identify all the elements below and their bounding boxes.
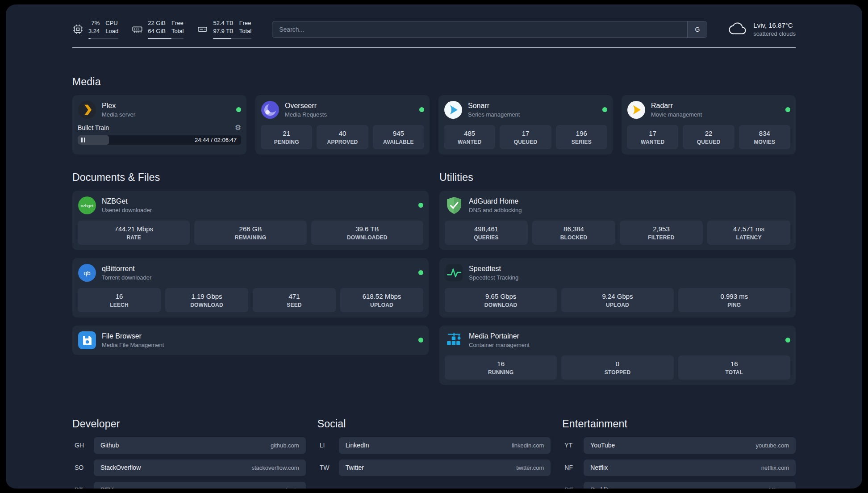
bookmark-url: dev.to	[284, 487, 299, 489]
stat-remaining: 266 GBREMAINING	[194, 221, 306, 245]
app-card-text: AdGuard HomeDNS and adblocking	[469, 197, 522, 213]
app-name: AdGuard Home	[469, 197, 522, 205]
memory-icon	[132, 24, 143, 35]
search-input[interactable]	[272, 21, 687, 38]
app-card-adguard-home[interactable]: AdGuard HomeDNS and adblocking498,461QUE…	[439, 191, 796, 250]
stats-row: 16LEECH1.19 GbpsDOWNLOAD471SEED618.52 Mb…	[78, 288, 423, 312]
app-card-radarr[interactable]: RadarrMovie management17WANTED22QUEUED83…	[622, 95, 796, 155]
stat-seed: 471SEED	[253, 288, 336, 312]
bookmark-link-twitter[interactable]: Twittertwitter.com	[339, 460, 551, 476]
speedtest-icon	[445, 263, 463, 282]
metric-value: 3.24	[88, 28, 100, 35]
stat-value: 47.571 ms	[709, 225, 789, 233]
app-description: Media server	[102, 111, 135, 118]
stats-row: 21PENDING40APPROVED945AVAILABLE	[261, 125, 424, 149]
stat-download: 9.65 GbpsDOWNLOAD	[445, 288, 557, 312]
bookmark-abbr: NF	[562, 464, 584, 471]
gear-icon[interactable]: ⚙	[235, 124, 241, 131]
metric-label: CPU	[105, 20, 118, 27]
bookmark-group-social: SocialLILinkedInlinkedin.comTWTwittertwi…	[317, 418, 551, 482]
app-description: Container management	[469, 342, 530, 348]
metric-value: 64 GiB	[148, 28, 166, 35]
app-card-plex[interactable]: PlexMedia serverBullet Train⚙24:44 / 02:…	[72, 95, 246, 155]
app-name: Overseerr	[285, 102, 327, 110]
app-card-header: OverseerrMedia Requests	[261, 100, 424, 119]
bookmark-abbr: GH	[72, 442, 94, 449]
stat-value: 9.24 Gbps	[563, 292, 672, 300]
bookmark-link-stackoverflow[interactable]: StackOverflowstackoverflow.com	[94, 460, 306, 476]
app-description: Usenet downloader	[102, 207, 152, 213]
stat-filtered: 2,953FILTERED	[620, 221, 703, 245]
stat-approved: 40APPROVED	[317, 125, 368, 149]
status-dot	[419, 107, 424, 112]
system-metric-disk: 52.4 TB97.9 TBFreeTotal	[197, 20, 251, 39]
app-card-nzbget[interactable]: nzbgetNZBGetUsenet downloader744.21 Mbps…	[72, 191, 429, 250]
stat-value: 196	[558, 130, 605, 137]
app-name: Sonarr	[468, 102, 520, 110]
pause-icon[interactable]	[81, 138, 85, 142]
metric-value: 7%	[92, 20, 100, 27]
app-card-media-portainer[interactable]: Media PortainerContainer management16RUN…	[439, 326, 796, 385]
app-card-file-browser[interactable]: File BrowserMedia File Management	[72, 326, 429, 355]
weather-widget: Lviv, 16.87°C scattered clouds	[728, 21, 796, 37]
bookmark-youtube: YTYouTubeyoutube.com	[562, 437, 796, 454]
stat-wanted: 17WANTED	[627, 125, 678, 149]
app-card-text: OverseerrMedia Requests	[285, 102, 327, 118]
app-card-sonarr[interactable]: SonarrSeries management485WANTED17QUEUED…	[438, 95, 613, 155]
stat-value: 17	[629, 130, 676, 137]
metric-labels: FreeTotal	[171, 20, 184, 35]
nzbget-icon: nzbget	[78, 196, 96, 215]
app-card-text: PlexMedia server	[102, 102, 135, 118]
app-card-speedtest[interactable]: SpeedtestSpeedtest Tracking9.65 GbpsDOWN…	[439, 258, 796, 318]
disk-icon	[197, 24, 208, 35]
bookmark-link-github[interactable]: Githubgithub.com	[94, 437, 306, 454]
stat-value: 945	[375, 130, 422, 137]
system-metric-memory: 22 GiB64 GiBFreeTotal	[132, 20, 184, 39]
sonarr-icon	[444, 100, 463, 119]
app-card-text: SonarrSeries management	[468, 102, 520, 118]
stat-label: REMAINING	[196, 234, 305, 241]
app-card-qbittorrent[interactable]: qbqBittorrentTorrent downloader16LEECH1.…	[72, 258, 429, 318]
bookmark-link-reddit[interactable]: Redditreddit.com	[584, 482, 796, 489]
stat-stopped: 0STOPPED	[561, 355, 673, 380]
stat-wanted: 485WANTED	[444, 125, 495, 149]
stat-value: 16	[79, 292, 159, 300]
bookmark-link-dev[interactable]: DEVdev.to	[94, 482, 306, 489]
app-card-overseerr[interactable]: OverseerrMedia Requests21PENDING40APPROV…	[255, 95, 430, 155]
now-playing-title: Bullet Train	[78, 124, 109, 131]
stat-label: UPLOAD	[563, 302, 672, 308]
metric-value: 52.4 TB	[213, 20, 233, 27]
app-card-header: SpeedtestSpeedtest Tracking	[445, 263, 790, 282]
bookmark-netflix: NFNetflixnetflix.com	[562, 460, 796, 476]
metric-label: Free	[239, 20, 251, 27]
stat-label: BLOCKED	[534, 234, 613, 241]
plex-icon	[78, 100, 96, 119]
bookmark-abbr: LI	[317, 442, 339, 449]
app-card-text: NZBGetUsenet downloader	[102, 197, 152, 213]
bookmark-link-linkedin[interactable]: LinkedInlinkedin.com	[339, 437, 551, 454]
stat-value: 2,953	[622, 225, 701, 233]
app-description: Series management	[468, 111, 520, 118]
bookmark-abbr: SO	[72, 464, 94, 471]
app-card-header: SonarrSeries management	[444, 100, 607, 119]
stat-value: 834	[741, 130, 789, 137]
stat-label: PENDING	[263, 139, 310, 145]
weather-condition: scattered clouds	[753, 30, 796, 37]
search-engine-button[interactable]: G	[687, 21, 707, 38]
status-dot	[236, 107, 241, 112]
playback-progress-bar[interactable]: 24:44 / 02:06:47	[78, 135, 241, 145]
stat-download: 1.19 GbpsDOWNLOAD	[165, 288, 248, 312]
bookmark-link-youtube[interactable]: YouTubeyoutube.com	[584, 437, 796, 454]
stat-value: 21	[263, 130, 310, 137]
stat-series: 196SERIES	[556, 125, 607, 149]
stat-value: 0	[563, 360, 672, 368]
app-name: File Browser	[102, 332, 164, 340]
bookmark-link-netflix[interactable]: Netflixnetflix.com	[584, 460, 796, 476]
section-utilities: Utilities AdGuard HomeDNS and adblocking…	[439, 171, 796, 385]
stat-label: UPLOAD	[342, 302, 421, 308]
app-name: NZBGet	[102, 197, 152, 205]
stat-label: DOWNLOADED	[313, 234, 421, 241]
overseerr-icon	[261, 100, 280, 119]
bookmark-url: github.com	[271, 442, 299, 449]
stat-value: 744.21 Mbps	[79, 225, 188, 233]
